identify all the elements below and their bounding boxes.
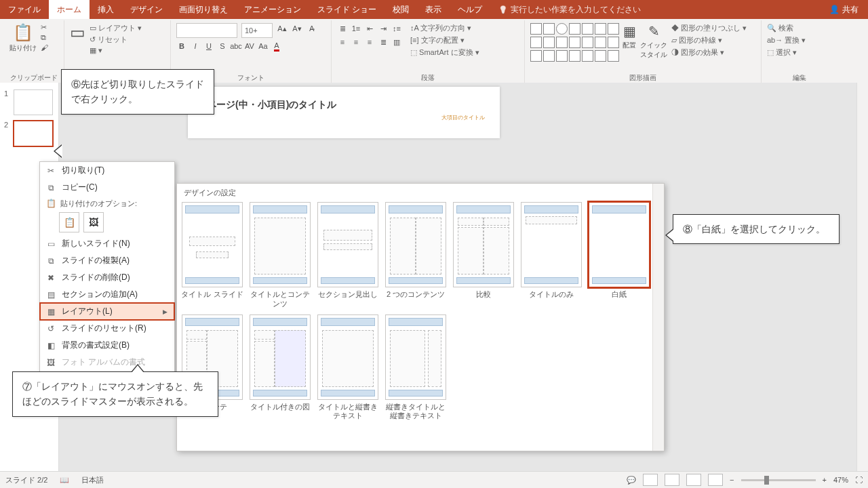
comments-icon[interactable]: 💬	[627, 476, 636, 485]
language[interactable]: 日本語	[81, 475, 104, 485]
gallery-scrollbar[interactable]	[652, 184, 664, 451]
share-button[interactable]: 👤共有	[820, 0, 868, 19]
text-direction[interactable]: ↕A 文字列の方向 ▾	[410, 23, 479, 33]
numbering-icon[interactable]: 1≡	[351, 23, 361, 34]
spellcheck-icon[interactable]: 📖	[60, 476, 69, 485]
align-left-icon[interactable]: ≡	[337, 37, 348, 47]
tab-transitions[interactable]: 画面切り替え	[171, 0, 236, 19]
layout-section-header[interactable]: セクション見出し	[317, 202, 379, 309]
shape-fill[interactable]: ◆ 図形の塗りつぶし ▾	[671, 23, 747, 33]
font-size[interactable]: 10+	[241, 23, 273, 38]
columns-icon[interactable]: ▥	[391, 37, 402, 47]
ctx-duplicate[interactable]: ⧉スライドの複製(A)	[40, 252, 174, 269]
bold-button[interactable]: B	[176, 41, 187, 52]
tab-slideshow[interactable]: スライド ショー	[309, 0, 384, 19]
tab-help[interactable]: ヘルプ	[450, 0, 490, 19]
paste-keep-source[interactable]: 🖼	[83, 212, 104, 232]
slide-subtitle: 大項目のタイトル	[441, 114, 485, 121]
callout-step-6: ⑥先ほど切り取りしたスライドで右クリック。	[61, 69, 214, 115]
layout-title-content[interactable]: タイトルとコンテンツ	[249, 202, 311, 309]
tab-review[interactable]: 校閲	[384, 0, 417, 19]
cut-icon[interactable]: ✂	[41, 23, 48, 32]
tab-home[interactable]: ホーム	[49, 0, 90, 19]
change-case-button[interactable]: Aa	[258, 41, 269, 52]
select-button[interactable]: ⬚ 選択 ▾	[767, 47, 806, 58]
shape-gallery[interactable]	[530, 23, 618, 62]
shape-outline[interactable]: ▱ 図形の枠線 ▾	[671, 35, 747, 45]
paste-button[interactable]: 📋 貼り付け	[9, 23, 37, 53]
layout-menu[interactable]: ▭ レイアウト ▾	[90, 23, 142, 33]
layout-blank[interactable]: 白紙	[588, 202, 650, 309]
layout-title-slide[interactable]: タイトル スライド	[181, 202, 243, 309]
shadow-button[interactable]: abc	[231, 41, 241, 52]
arrange-button[interactable]: ▦配置	[623, 23, 636, 50]
reset-button[interactable]: ↺ リセット	[90, 35, 142, 45]
current-slide[interactable]: ページ(中・小項目)のタイトル 大項目のタイトル	[188, 87, 500, 138]
strike-button[interactable]: S	[217, 41, 228, 52]
zoom-in-icon[interactable]: +	[823, 476, 827, 484]
zoom-level[interactable]: 47%	[833, 476, 848, 484]
layout-comparison[interactable]: 比較	[452, 202, 515, 309]
justify-icon[interactable]: ≣	[378, 37, 389, 47]
underline-button[interactable]: U	[203, 41, 214, 52]
font-color-button[interactable]: A	[271, 41, 282, 52]
layout-picture-caption[interactable]: タイトル付きの図	[249, 314, 311, 422]
vertical-scrollbar[interactable]	[856, 83, 868, 472]
align-right-icon[interactable]: ≡	[364, 37, 375, 47]
view-reading-icon[interactable]	[686, 474, 701, 486]
tab-view[interactable]: 表示	[417, 0, 450, 19]
duplicate-icon: ⧉	[45, 256, 56, 266]
tell-me[interactable]: 実行したい作業を入力してください	[490, 0, 649, 19]
view-normal-icon[interactable]	[643, 474, 658, 486]
ctx-layout[interactable]: ▦レイアウト(L)▶	[40, 303, 174, 320]
paste-icon: 📋	[13, 23, 33, 42]
layout-title-vtext[interactable]: タイトルと縦書きテキスト	[317, 314, 379, 422]
section-button[interactable]: ▦ ▾	[90, 46, 142, 55]
replace-button[interactable]: ab→ 置換 ▾	[767, 35, 806, 45]
shrink-font-icon[interactable]: A▾	[292, 23, 302, 34]
text-align-vert[interactable]: [≡] 文字の配置 ▾	[410, 35, 479, 45]
ctx-new-slide[interactable]: ▭新しいスライド(N)	[40, 235, 174, 252]
char-spacing-button[interactable]: AV	[244, 41, 255, 52]
grow-font-icon[interactable]: A▴	[277, 23, 288, 34]
ctx-section[interactable]: ▤セクションの追加(A)	[40, 286, 174, 303]
quick-styles-button[interactable]: ✎クイック スタイル	[640, 23, 667, 60]
line-spacing-icon[interactable]: ↕≡	[391, 23, 402, 34]
new-slide-button[interactable]: ▭	[70, 23, 85, 42]
tab-insert[interactable]: 挿入	[90, 0, 122, 19]
smartart-convert[interactable]: ⬚ SmartArt に変換 ▾	[410, 47, 479, 58]
cut-icon: ✂	[45, 165, 56, 176]
reset-icon: ↺	[45, 323, 56, 334]
ctx-background[interactable]: ◧背景の書式設定(B)	[40, 337, 174, 354]
format-painter-icon[interactable]: 🖌	[41, 43, 48, 52]
align-center-icon[interactable]: ≡	[351, 37, 361, 47]
find-button[interactable]: 🔍 検索	[767, 23, 806, 33]
layout-title-only[interactable]: タイトルのみ	[520, 202, 583, 309]
indent-inc-icon[interactable]: ⇥	[378, 23, 389, 34]
zoom-out-icon[interactable]: −	[730, 476, 734, 484]
ctx-copy[interactable]: ⧉コピー(C)	[40, 179, 174, 196]
share-icon: 👤	[829, 5, 840, 14]
thumbnail-1[interactable]: 1	[0, 87, 58, 118]
copy-icon[interactable]: ⧉	[41, 33, 48, 42]
shape-effects[interactable]: ◑ 図形の効果 ▾	[671, 47, 747, 58]
bullets-icon[interactable]: ≣	[337, 23, 348, 34]
paste-dest-theme[interactable]: 📋	[59, 212, 79, 232]
tab-design[interactable]: デザイン	[122, 0, 171, 19]
italic-button[interactable]: I	[190, 41, 201, 52]
fit-window-icon[interactable]: ⛶	[855, 476, 863, 484]
ctx-cut[interactable]: ✂切り取り(T)	[40, 162, 174, 179]
ctx-delete[interactable]: ✖スライドの削除(D)	[40, 269, 174, 286]
indent-dec-icon[interactable]: ⇤	[364, 23, 375, 34]
view-slideshow-icon[interactable]	[708, 474, 723, 486]
thumbnail-2[interactable]: 2	[0, 118, 58, 149]
layout-vtitle-vtext[interactable]: 縦書きタイトルと 縦書きテキスト	[384, 314, 447, 422]
clear-format-icon[interactable]: A̶	[307, 23, 317, 34]
font-family[interactable]	[176, 23, 237, 38]
tab-file[interactable]: ファイル	[0, 0, 49, 19]
zoom-slider[interactable]	[741, 479, 816, 481]
tab-animations[interactable]: アニメーション	[236, 0, 309, 19]
ctx-reset[interactable]: ↺スライドのリセット(R)	[40, 320, 174, 337]
layout-two-content[interactable]: 2 つのコンテンツ	[384, 202, 447, 309]
view-sorter-icon[interactable]	[665, 474, 679, 486]
